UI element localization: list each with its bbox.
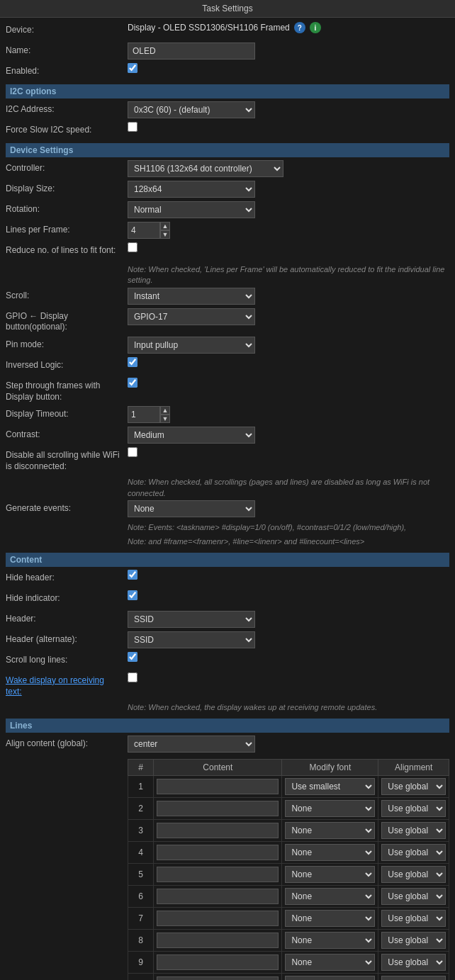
line-content-8[interactable] (157, 933, 279, 948)
line-content-3[interactable] (157, 823, 279, 838)
inversed-logic-label: Inversed Logic: (6, 357, 128, 371)
line-modify-8[interactable]: NoneUse smallestIncreaseDecrease (285, 932, 375, 949)
line-content-5[interactable] (157, 867, 279, 882)
line-modify-7[interactable]: NoneUse smallestIncreaseDecrease (285, 910, 375, 927)
col-header-modify: Modify font (282, 760, 378, 776)
wake-display-note: Note: When checked, the display wakes up… (6, 701, 449, 714)
hide-header-label: Hide header: (6, 570, 128, 584)
pin-mode-select[interactable]: Input pullup Input Input pulldown (128, 337, 255, 354)
enabled-checkbox[interactable] (128, 63, 137, 73)
line-modify-6[interactable]: NoneUse smallestIncreaseDecrease (285, 888, 375, 905)
inversed-logic-checkbox[interactable] (128, 357, 137, 367)
col-header-num: # (128, 760, 154, 776)
table-row: 10NoneUse smallestIncreaseDecreaseUse gl… (128, 974, 449, 980)
contrast-select[interactable]: Medium Low High (128, 427, 255, 444)
table-row: 7NoneUse smallestIncreaseDecreaseUse glo… (128, 908, 449, 930)
hide-header-checkbox[interactable] (128, 570, 137, 580)
table-row: 4NoneUse smallestIncreaseDecreaseUse glo… (128, 842, 449, 864)
contrast-label: Contrast: (6, 427, 128, 441)
line-align-6[interactable]: Use globalleftcenterright (381, 888, 446, 905)
name-input[interactable] (128, 43, 255, 60)
line-number: 7 (128, 908, 154, 930)
scroll-long-checkbox[interactable] (128, 652, 137, 662)
line-number: 5 (128, 864, 154, 886)
lines-per-frame-down[interactable]: ▼ (160, 230, 170, 239)
i2c-address-label: I2C Address: (6, 101, 128, 116)
line-modify-9[interactable]: NoneUse smallestIncreaseDecrease (285, 954, 375, 971)
line-content-2[interactable] (157, 801, 279, 816)
reduce-lines-checkbox[interactable] (128, 242, 137, 252)
line-modify-10[interactable]: NoneUse smallestIncreaseDecrease (285, 976, 375, 980)
line-modify-4[interactable]: NoneUse smallestIncreaseDecrease (285, 844, 375, 861)
line-align-10[interactable]: Use globalleftcenterright (381, 976, 446, 980)
line-content-10[interactable] (157, 976, 279, 980)
line-content-9[interactable] (157, 954, 279, 970)
title-bar: Task Settings (0, 0, 455, 18)
lines-per-frame-up[interactable]: ▲ (160, 222, 170, 230)
header-alt-label: Header (alternate): (6, 631, 128, 646)
scroll-long-label: Scroll long lines: (6, 652, 128, 666)
display-size-select[interactable]: 128x64 128x32 (128, 181, 255, 198)
controller-select[interactable]: SH1106 (132x64 dot controller) SSD1306 (128, 160, 283, 177)
table-row: 8NoneUse smallestIncreaseDecreaseUse glo… (128, 930, 449, 952)
line-content-6[interactable] (157, 889, 279, 904)
i2c-address-select[interactable]: 0x3C (60) - (default) 0x3D (61) (128, 101, 255, 118)
header-alt-select[interactable]: SSID None IP Hostname (128, 631, 255, 648)
events-note1: Note: Events: <taskname> #display=1/0 (o… (6, 521, 449, 534)
line-modify-2[interactable]: NoneUse smallestIncreaseDecrease (285, 800, 375, 817)
disable-scroll-label: Disable all scrolling while WiFi is disc… (6, 447, 128, 472)
hide-indicator-checkbox[interactable] (128, 590, 137, 600)
generate-events-select[interactable]: None On change Always (128, 500, 255, 517)
help-icon[interactable]: ? (294, 22, 305, 33)
lines-section-header: Lines (6, 719, 449, 733)
line-align-2[interactable]: Use globalleftcenterright (381, 800, 446, 817)
name-label: Name: (6, 43, 128, 57)
display-timeout-down[interactable]: ▼ (160, 415, 170, 423)
display-timeout-up[interactable]: ▲ (160, 406, 170, 415)
info-icon[interactable]: i (310, 22, 321, 33)
line-align-1[interactable]: Use globalleftcenterright (381, 778, 446, 795)
force-slow-checkbox[interactable] (128, 122, 137, 132)
rotation-select[interactable]: Normal 180° (128, 201, 255, 218)
gpio-select[interactable]: GPIO-17 GPIO-18 None (128, 308, 255, 325)
table-row: 6NoneUse smallestIncreaseDecreaseUse glo… (128, 886, 449, 908)
line-align-8[interactable]: Use globalleftcenterright (381, 932, 446, 949)
disable-scroll-checkbox[interactable] (128, 447, 137, 457)
line-align-3[interactable]: Use globalleftcenterright (381, 822, 446, 839)
gpio-label: GPIO ← Display button(optional): (6, 308, 128, 333)
table-row: 3NoneUse smallestIncreaseDecreaseUse glo… (128, 820, 449, 842)
display-timeout-label: Display Timeout: (6, 406, 128, 420)
step-through-checkbox[interactable] (128, 378, 137, 388)
lines-per-frame-label: Lines per Frame: (6, 222, 128, 236)
line-align-4[interactable]: Use globalleftcenterright (381, 844, 446, 861)
line-modify-1[interactable]: Use smallestNoneIncreaseDecrease (285, 778, 375, 795)
table-row: 9NoneUse smallestIncreaseDecreaseUse glo… (128, 952, 449, 974)
line-content-7[interactable] (157, 911, 279, 926)
align-content-select[interactable]: center left right (128, 736, 255, 753)
wake-display-checkbox[interactable] (128, 672, 137, 682)
force-slow-label: Force Slow I2C speed: (6, 122, 128, 136)
table-row: 1Use smallestNoneIncreaseDecreaseUse glo… (128, 776, 449, 798)
i2c-section-header: I2C options (6, 84, 449, 98)
wake-display-label[interactable]: Wake display on receiving text: (6, 672, 128, 697)
header-select[interactable]: SSID None IP Hostname (128, 611, 255, 628)
line-modify-3[interactable]: NoneUse smallestIncreaseDecrease (285, 822, 375, 839)
line-modify-5[interactable]: NoneUse smallestIncreaseDecrease (285, 866, 375, 883)
controller-label: Controller: (6, 160, 128, 174)
device-settings-section-header: Device Settings (6, 143, 449, 157)
header-label: Header: (6, 611, 128, 625)
line-number: 2 (128, 798, 154, 820)
line-number: 9 (128, 952, 154, 974)
line-align-7[interactable]: Use globalleftcenterright (381, 910, 446, 927)
line-align-5[interactable]: Use globalleftcenterright (381, 866, 446, 883)
line-number: 8 (128, 930, 154, 952)
line-content-1[interactable] (157, 779, 279, 794)
lines-table: # Content Modify font Alignment 1Use sma… (128, 759, 449, 980)
reduce-lines-note: Note: When checked, 'Lines per Frame' wi… (6, 263, 449, 288)
display-timeout-input[interactable] (128, 406, 160, 423)
line-content-4[interactable] (157, 845, 279, 860)
scroll-select[interactable]: Instant Scroll None (128, 288, 255, 305)
line-align-9[interactable]: Use globalleftcenterright (381, 954, 446, 971)
lines-per-frame-input[interactable] (128, 222, 160, 239)
hide-indicator-label: Hide indicator: (6, 590, 128, 604)
